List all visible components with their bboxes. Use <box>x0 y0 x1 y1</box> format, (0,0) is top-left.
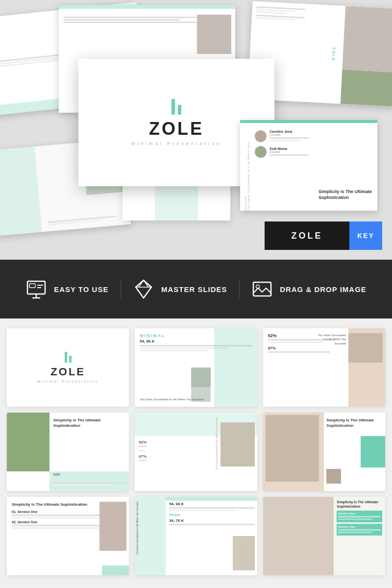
easy-to-use-label: EASY TO USE <box>54 285 108 294</box>
slides-preview-area: Succed InLifeWhenYouSucceed <box>0 0 392 260</box>
key-brand-label: ZOLE <box>265 231 349 241</box>
slide-preview-testimonial: You Have Succeeded In Life When You Succ… <box>240 120 377 211</box>
thumb-brand-name: ZOLE <box>50 366 85 378</box>
vert-label: Simple <box>169 513 255 516</box>
thumb-stats[interactable]: 52% 67% You Have Succeeded In Life When … <box>263 328 385 407</box>
features-bar: EASY TO USE MASTER SLIDES DRAG & DROP IM… <box>0 260 392 318</box>
svg-rect-3 <box>29 284 35 288</box>
thumb-services[interactable]: Simplicity Is The Ultimate Sophisticatio… <box>7 497 129 575</box>
thumbnails-section: ZOLE Minimal Presentation MINIMAL 54, 66… <box>0 318 392 585</box>
simplicity-plant-stat: 52% <box>53 473 60 476</box>
image-icon <box>251 278 273 300</box>
thumbnail-grid: ZOLE Minimal Presentation MINIMAL 54, 66… <box>7 328 385 575</box>
vert-text-succeed: You Have Succeeded In Life When You Succ… <box>136 502 139 555</box>
simple-stat2: 67% <box>139 454 147 459</box>
diamond-icon <box>133 278 154 300</box>
thumb-simplicity-plant[interactable]: Simplicity Is The Ultimate Sophisticatio… <box>7 413 129 491</box>
svg-rect-10 <box>253 282 271 296</box>
stats-text: You Have Succeeded In Life When You Succ… <box>317 333 346 345</box>
simplicity-plant-title: Simplicity Is The Ultimate Sophisticatio… <box>53 417 127 428</box>
vert-stat2: 34, 76 K <box>169 518 255 523</box>
presentation-icon <box>25 278 47 300</box>
feature-divider-2 <box>239 279 240 299</box>
drag-drop-label: DRAG & DROP IMAGE <box>280 285 367 294</box>
svg-point-11 <box>256 285 260 289</box>
thumb-logo-inner: ZOLE Minimal Presentation <box>7 328 129 407</box>
key-badge: KEY <box>349 221 382 250</box>
thumb-vertical-stats[interactable]: You Have Succeeded In Life When You Succ… <box>135 497 257 575</box>
interior-s1: Service One <box>338 512 381 515</box>
slide-key-branding: ZOLE KEY <box>265 221 382 250</box>
thumb-brand-sub: Minimal Presentation <box>37 380 98 383</box>
feature-master-slides: MASTER SLIDES <box>133 278 227 300</box>
vert-stat1: 54, 66 K <box>169 502 255 506</box>
thumb-logo-slide[interactable]: ZOLE Minimal Presentation <box>7 328 129 407</box>
feature-divider-1 <box>121 279 121 299</box>
simple-vert-text: You Have Succeeded In Life When You Succ… <box>215 417 218 470</box>
thumb-minimal-chart[interactable]: MINIMAL 54, 66 K You Have Succeeded In L… <box>135 328 257 407</box>
brand-name: ZOLE <box>149 119 204 139</box>
feature-easy-to-use: EASY TO USE <box>25 278 108 300</box>
feature-drag-drop: DRAG & DROP IMAGE <box>251 278 367 300</box>
thumb-simplicity-interior[interactable]: Simplicity Is The Ultimate Sophisticatio… <box>263 413 385 491</box>
interior-s2: Service Two <box>338 525 381 528</box>
minimal-text: You Have Succeeded In Life When You Succ… <box>140 397 206 402</box>
simple-stat1: 92% <box>139 440 147 444</box>
thumb-interior-services[interactable]: Simplicity Is The Ultimate Sophisticatio… <box>263 497 385 575</box>
brand-subtitle: Minimal Presentation <box>131 141 221 146</box>
logo-bars <box>172 99 181 115</box>
interior-title: Simplicity Is The Ultimate Sophisticatio… <box>337 500 382 509</box>
simplicity-interior-title: Simplicity Is The Ultimate Sophisticatio… <box>326 417 383 428</box>
svg-marker-6 <box>136 280 151 298</box>
thumb-simple-vases[interactable]: 92% 67% You Have Succeeded In Life When … <box>135 413 257 491</box>
thumb-logo-bars <box>65 352 72 363</box>
master-slides-label: MASTER SLIDES <box>161 285 227 294</box>
